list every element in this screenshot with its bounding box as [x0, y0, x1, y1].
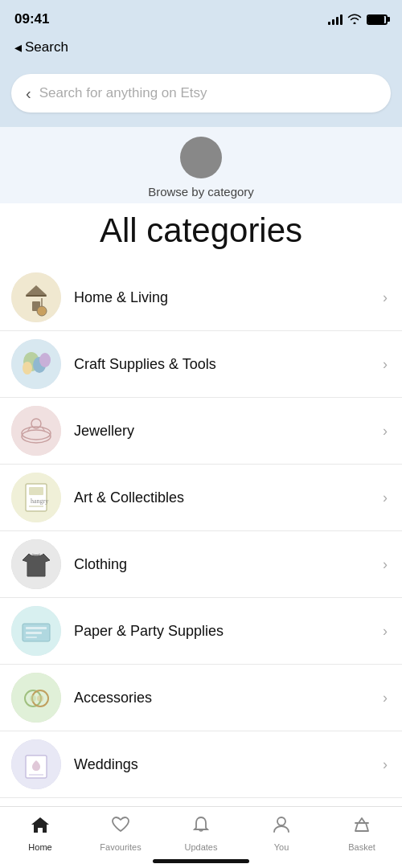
person-icon — [271, 815, 292, 839]
svg-point-11 — [11, 406, 61, 456]
svg-rect-26 — [26, 632, 42, 634]
chevron-right-icon: › — [383, 356, 388, 373]
nav-item-updates[interactable]: Updates — [173, 815, 229, 852]
category-name-jewellery: Jewellery — [74, 423, 383, 440]
nav-item-basket[interactable]: Basket — [334, 815, 390, 852]
category-thumb-home-living — [11, 272, 61, 322]
category-item-weddings[interactable]: Weddings › — [0, 731, 402, 798]
svg-point-10 — [23, 362, 32, 375]
nav-label-favourites: Favourites — [100, 842, 141, 852]
chevron-right-icon: › — [383, 423, 388, 440]
category-thumb-jewellery — [11, 406, 61, 456]
category-thumb-craft-supplies — [11, 339, 61, 389]
nav-label-basket: Basket — [348, 842, 375, 852]
category-item-craft-supplies[interactable]: Craft Supplies & Tools › — [0, 331, 402, 398]
home-indicator — [153, 859, 249, 863]
back-button[interactable]: ◂ Search — [14, 39, 388, 56]
category-item-accessories[interactable]: Accessories › — [0, 665, 402, 731]
wifi-icon — [347, 13, 362, 27]
nav-item-you[interactable]: You — [253, 815, 310, 852]
basket-icon — [351, 815, 372, 839]
svg-point-5 — [37, 306, 47, 316]
svg-rect-2 — [26, 295, 47, 297]
svg-text:hangry: hangry — [31, 497, 48, 505]
svg-rect-27 — [26, 637, 37, 638]
category-item-home-living[interactable]: Home & Living › — [0, 264, 402, 331]
category-name-craft-supplies: Craft Supplies & Tools — [74, 356, 383, 373]
svg-point-9 — [39, 353, 51, 367]
category-name-paper-party: Paper & Party Supplies — [74, 623, 383, 640]
nav-item-favourites[interactable]: Favourites — [92, 815, 149, 852]
svg-rect-25 — [26, 627, 47, 629]
status-time: 09:41 — [14, 11, 49, 27]
svg-point-28 — [11, 673, 61, 723]
nav-label-home: Home — [28, 842, 51, 852]
signal-icon — [328, 14, 343, 25]
category-list: Home & Living › Craft Supplies & Tools › — [0, 264, 402, 865]
status-bar: 09:41 — [0, 0, 402, 35]
category-name-clothing: Clothing — [74, 556, 383, 573]
nav-label-updates: Updates — [185, 842, 218, 852]
category-name-weddings: Weddings — [74, 756, 383, 773]
bell-icon — [191, 815, 211, 839]
svg-point-31 — [30, 695, 36, 702]
chevron-right-icon: › — [383, 623, 388, 640]
page-content: Browse by category All categories Home &… — [0, 127, 402, 868]
category-name-home-living: Home & Living — [74, 289, 383, 306]
category-item-art-collectibles[interactable]: hangry Art & Collectibles › — [0, 465, 402, 531]
nav-item-home[interactable]: Home — [12, 815, 68, 852]
category-thumb-clothing — [11, 539, 61, 589]
svg-point-0 — [11, 272, 61, 322]
search-bar[interactable]: ‹ Search for anything on Etsy — [11, 74, 391, 113]
back-label: Search — [25, 39, 68, 55]
heart-icon — [110, 815, 131, 839]
status-icons — [328, 13, 388, 27]
browse-label: Browse by category — [148, 185, 254, 199]
browse-section: Browse by category — [0, 127, 402, 203]
category-thumb-weddings — [11, 739, 61, 789]
chevron-right-icon: › — [383, 289, 388, 306]
category-name-art-collectibles: Art & Collectibles — [74, 489, 383, 506]
category-item-clothing[interactable]: Clothing › — [0, 531, 402, 598]
chevron-right-icon: › — [383, 690, 388, 706]
category-item-jewellery[interactable]: Jewellery › — [0, 398, 402, 465]
back-chevron-icon: ◂ — [14, 39, 22, 56]
chevron-right-icon: › — [383, 756, 388, 773]
search-input[interactable]: Search for anything on Etsy — [39, 85, 207, 101]
search-back-icon[interactable]: ‹ — [26, 84, 31, 103]
category-thumb-accessories — [11, 673, 61, 723]
chevron-right-icon: › — [383, 556, 388, 573]
category-item-paper-party[interactable]: Paper & Party Supplies › — [0, 598, 402, 665]
svg-rect-19 — [29, 487, 43, 495]
home-icon — [30, 815, 51, 839]
category-name-accessories: Accessories — [74, 690, 383, 706]
page-title: All categories — [0, 203, 402, 264]
svg-point-32 — [37, 695, 43, 702]
battery-icon — [367, 14, 388, 25]
chevron-right-icon: › — [383, 489, 388, 506]
nav-label-you: You — [274, 842, 289, 852]
category-thumb-art-collectibles: hangry — [11, 473, 61, 522]
category-thumb-paper-party — [11, 606, 61, 656]
svg-point-39 — [277, 817, 285, 825]
avatar — [180, 137, 222, 178]
header: ◂ Search — [0, 35, 402, 74]
search-container: ‹ Search for anything on Etsy — [0, 74, 402, 127]
